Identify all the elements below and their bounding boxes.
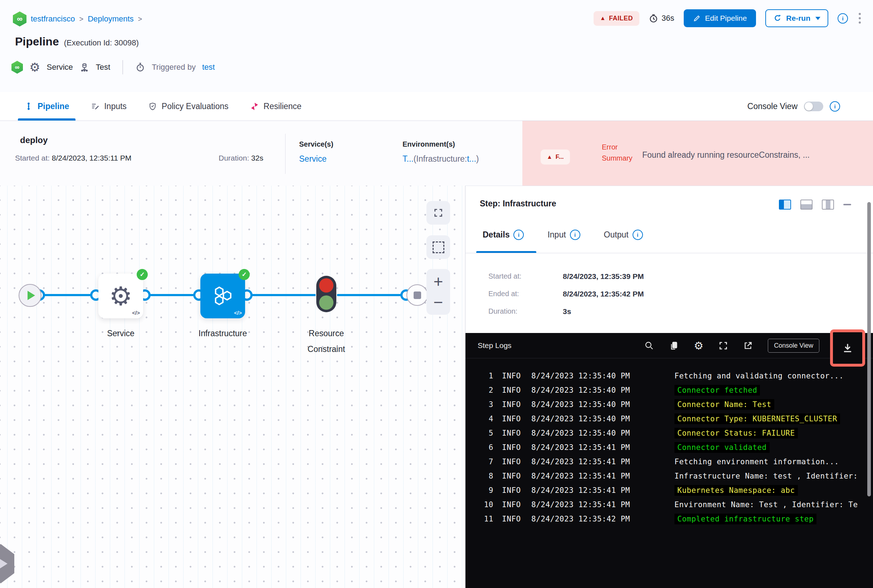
log-settings-gear-icon[interactable]: ⚙ xyxy=(694,341,703,351)
play-icon xyxy=(27,291,35,300)
layout-horizontal-split-icon[interactable] xyxy=(800,200,813,210)
console-view-button[interactable]: Console View xyxy=(768,339,819,352)
chevron-down-icon[interactable] xyxy=(815,17,820,20)
pipeline-icon xyxy=(24,102,33,111)
log-timestamp: 8/24/2023 12:35:42 PM xyxy=(531,514,659,523)
layout-right-panel-icon[interactable] xyxy=(822,200,834,210)
minimize-panel-button[interactable] xyxy=(843,204,851,205)
tab-resilience[interactable]: Resilience xyxy=(250,92,302,120)
layout-vertical-split-icon[interactable] xyxy=(779,200,791,210)
log-message: Connector Name: Test xyxy=(675,399,774,410)
breadcrumb-deployments-link[interactable]: Deployments xyxy=(88,14,134,24)
log-line-number: 4 xyxy=(466,414,493,423)
service-step-node[interactable]: ⚙ ✓ </> xyxy=(98,274,143,318)
breadcrumb: ∞ testfrancisco > Deployments > xyxy=(13,12,142,27)
more-options-menu[interactable] xyxy=(857,12,862,25)
breadcrumb-separator: > xyxy=(138,15,143,23)
stage-name[interactable]: deploy xyxy=(20,135,48,145)
log-line: 3INFO8/24/2023 12:35:40 PMConnector Name… xyxy=(466,398,868,412)
zoom-out-button[interactable]: − xyxy=(434,294,443,310)
log-timestamp: 8/24/2023 12:35:41 PM xyxy=(531,443,659,452)
graph-edge xyxy=(247,294,316,296)
canvas-fullscreen-button[interactable] xyxy=(427,201,450,225)
tab-label: Input xyxy=(547,230,566,240)
edit-pipeline-button[interactable]: Edit Pipeline xyxy=(684,9,756,27)
page-scrollbar[interactable] xyxy=(867,202,871,496)
tab-label: Policy Evaluations xyxy=(162,102,228,111)
pipeline-graph-canvas[interactable]: ⚙ ✓ </> Service ✓ </> Infrastructure Res… xyxy=(0,186,465,588)
tab-inputs[interactable]: Inputs xyxy=(90,92,127,120)
detail-value: 3s xyxy=(563,307,571,316)
info-icon[interactable]: i xyxy=(838,13,848,24)
service-node-label: Service xyxy=(98,326,143,342)
environments-value[interactable]: T...(Infrastructure:t...) xyxy=(403,154,479,164)
warning-icon: ▲ xyxy=(600,15,606,21)
copy-icon[interactable] xyxy=(669,341,679,351)
cd-module-icon: ∞ xyxy=(13,12,27,27)
canvas-zoom-controls: + − xyxy=(427,269,450,315)
stop-icon xyxy=(413,291,421,299)
graph-edge xyxy=(145,294,198,296)
zoom-in-button[interactable]: + xyxy=(434,273,443,290)
rerun-button[interactable]: Re-run xyxy=(765,9,828,27)
execution-id: (Execution Id: 30098) xyxy=(64,38,139,47)
log-line-number: 11 xyxy=(466,514,493,523)
env-infra-label: (Infrastructure: xyxy=(413,154,467,164)
log-level: INFO xyxy=(502,414,526,423)
env-infra-link[interactable]: t... xyxy=(467,154,476,164)
log-timestamp: 8/24/2023 12:35:41 PM xyxy=(531,486,659,495)
info-icon[interactable]: i xyxy=(514,230,524,240)
tab-output[interactable]: Output i xyxy=(604,230,643,240)
resource-constraint-node-label: Resource Constraint xyxy=(293,326,360,357)
graph-edge xyxy=(337,294,406,296)
services-value[interactable]: Service xyxy=(299,154,334,164)
detail-value: 8/24/2023, 12:35:42 PM xyxy=(563,290,644,298)
end-node[interactable] xyxy=(406,284,428,306)
log-line-number: 6 xyxy=(466,443,493,452)
traffic-light-red xyxy=(319,278,334,292)
triggered-by-label: Triggered by xyxy=(152,63,196,72)
log-line-number: 5 xyxy=(466,429,493,437)
open-in-new-icon[interactable] xyxy=(743,341,753,351)
info-icon[interactable]: i xyxy=(830,101,840,112)
services-label: Service(s) xyxy=(299,140,334,148)
fullscreen-icon[interactable] xyxy=(718,341,728,351)
env-name-link[interactable]: T... xyxy=(403,154,413,164)
start-node[interactable] xyxy=(19,284,42,307)
refresh-icon xyxy=(773,14,782,22)
log-line: 9INFO8/24/2023 12:35:41 PMKubernetes Nam… xyxy=(466,483,868,498)
edit-pipeline-label: Edit Pipeline xyxy=(705,14,747,22)
services-column: Service(s) Service xyxy=(299,140,334,164)
breadcrumb-project-link[interactable]: testfrancisco xyxy=(31,14,75,24)
log-message: Connector Type: KUBERNETES_CLUSTER xyxy=(675,414,840,424)
console-view-label: Console View xyxy=(747,102,798,111)
expand-panel-handle[interactable] xyxy=(0,544,14,584)
console-view-toggle[interactable] xyxy=(804,102,823,111)
download-logs-icon[interactable] xyxy=(842,342,853,354)
info-icon[interactable]: i xyxy=(633,230,643,240)
tab-label: Pipeline xyxy=(38,102,69,111)
canvas-select-button[interactable] xyxy=(427,236,450,259)
tab-input[interactable]: Input i xyxy=(547,230,580,240)
triggered-by-value[interactable]: test xyxy=(202,63,215,72)
log-line: 2INFO8/24/2023 12:35:40 PMConnector fetc… xyxy=(466,383,868,398)
download-highlight-box xyxy=(830,329,865,367)
log-message: Fetching environment information... xyxy=(675,458,839,466)
divider xyxy=(285,134,285,174)
info-icon[interactable]: i xyxy=(570,230,580,240)
total-duration: 36s xyxy=(649,14,674,23)
resilience-icon xyxy=(250,102,259,111)
infrastructure-step-node[interactable]: ✓ </> xyxy=(200,274,245,318)
error-chip-label: F... xyxy=(556,153,564,160)
status-badge-label: FAILED xyxy=(609,15,633,22)
tab-pipeline[interactable]: Pipeline xyxy=(24,92,69,120)
hexagons-icon xyxy=(210,284,236,308)
stage-icon xyxy=(80,62,89,72)
log-timestamp: 8/24/2023 12:35:41 PM xyxy=(531,500,659,509)
search-icon[interactable] xyxy=(645,341,654,351)
log-level: INFO xyxy=(502,400,526,409)
resource-constraint-node[interactable] xyxy=(316,276,336,312)
tab-details[interactable]: Details i xyxy=(483,230,524,240)
detail-label: Started at: xyxy=(488,272,563,280)
tab-policy-evaluations[interactable]: Policy Evaluations xyxy=(148,92,228,120)
